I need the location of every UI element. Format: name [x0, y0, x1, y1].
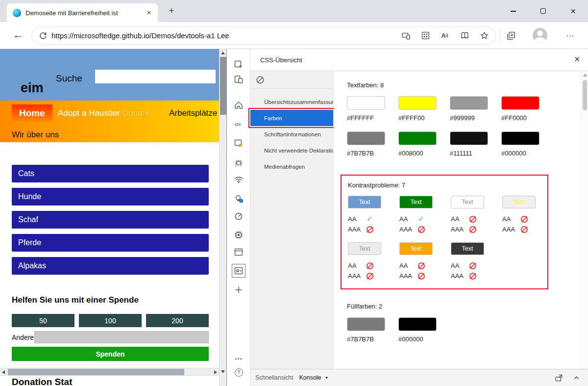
expand-panel-chevron-icon[interactable]	[573, 374, 580, 382]
inspect-icon[interactable]	[234, 60, 244, 70]
help-icon[interactable]: ?	[234, 367, 244, 377]
more-tools-icon[interactable]: …	[234, 352, 244, 362]
color-swatch-cell: #7B7B7B	[347, 131, 398, 157]
add-tools-icon[interactable]	[234, 285, 244, 295]
settings-more-icon[interactable]: …	[564, 29, 577, 39]
color-swatch[interactable]	[398, 317, 437, 331]
sources-icon[interactable]: </>	[234, 119, 244, 129]
amount-100-button[interactable]: 100	[79, 314, 142, 327]
clear-overview-icon[interactable]	[256, 76, 265, 84]
sidebar-item-overview-summary[interactable]: Übersichtszusammenfassung	[250, 94, 333, 110]
sidebar-item-media-queries[interactable]: Medienabfragen	[250, 158, 333, 175]
immersive-reader-icon[interactable]	[461, 31, 469, 40]
devtools-scroll-up-arrow[interactable]	[583, 74, 587, 77]
devtools-close-icon[interactable]: ✕	[574, 55, 580, 64]
animal-button-schaf[interactable]: Schaf	[12, 211, 209, 229]
animal-button-alpakas[interactable]: Alpakas	[12, 257, 209, 275]
window-controls: ✕	[498, 0, 588, 22]
animal-button-hunde[interactable]: Hunde	[12, 188, 209, 206]
contrast-sample[interactable]: Text	[348, 242, 381, 255]
device-emulation-icon[interactable]	[234, 75, 244, 84]
devtools-panel-title: CSS-Übersicht	[260, 56, 302, 64]
back-button[interactable]: ←	[13, 28, 24, 41]
performance-icon[interactable]	[234, 211, 244, 221]
nav-adopt-link[interactable]: Adopt a Haustier	[58, 108, 120, 118]
scroll-up-arrow[interactable]	[221, 51, 225, 54]
add-favorite-star-icon[interactable]	[480, 31, 489, 40]
apps-grid-icon[interactable]	[421, 31, 430, 40]
contrast-sample[interactable]: Text	[348, 196, 381, 208]
scroll-left-arrow[interactable]	[2, 370, 5, 374]
contrast-sample[interactable]: Text	[399, 196, 433, 208]
sidebar-item-font-info[interactable]: Schriftartinformationen	[250, 126, 333, 142]
profile-avatar[interactable]	[533, 28, 547, 43]
devices-icon[interactable]	[402, 31, 410, 40]
elements-warning-icon[interactable]	[234, 138, 244, 148]
nav-about-link[interactable]: Wir über uns	[12, 130, 59, 140]
sidebar-item-unused-declarations[interactable]: Nicht verwendete Deklarationen	[250, 142, 333, 158]
color-swatch[interactable]	[450, 131, 488, 145]
close-window-button[interactable]: ✕	[558, 0, 588, 22]
debugger-icon[interactable]	[234, 157, 244, 167]
horizontal-scrollbar[interactable]	[0, 368, 219, 376]
aa-label: AA	[451, 262, 468, 269]
search-label: Suche	[56, 73, 82, 84]
minimize-button[interactable]	[498, 0, 528, 22]
devtools-scroll-thumb[interactable]	[583, 80, 587, 110]
amount-200-button[interactable]: 200	[146, 314, 209, 327]
tab-close-icon[interactable]: ✕	[144, 8, 154, 17]
network-icon[interactable]	[234, 175, 244, 184]
color-swatch[interactable]	[398, 96, 437, 110]
contrast-sample[interactable]: Text	[399, 242, 433, 255]
color-swatch[interactable]	[398, 131, 437, 145]
horizontal-scroll-thumb[interactable]	[8, 369, 184, 375]
tab-title: Demoseite mit Barrierefreiheit ist	[25, 9, 140, 17]
animal-button-cats[interactable]: Cats	[12, 165, 209, 182]
nav-home-link[interactable]: Home	[12, 104, 52, 122]
vertical-scroll-thumb[interactable]	[220, 57, 226, 115]
dock-quick-view-icon[interactable]	[555, 374, 563, 382]
color-swatch[interactable]	[347, 96, 385, 110]
console-dropdown[interactable]: Konsole ▼	[299, 374, 328, 381]
donation-amounts: 50 100 200	[12, 314, 209, 327]
animal-button-pferde[interactable]: Pferde	[12, 234, 209, 252]
color-swatch[interactable]	[501, 96, 539, 110]
nav-jobs-link[interactable]: Arbeitsplätze	[169, 108, 217, 118]
tab-bar: Demoseite mit Barrierefreiheit ist ✕ + ✕	[0, 0, 588, 22]
issues-lightbulb-icon[interactable]: i	[234, 194, 244, 204]
color-swatch[interactable]	[347, 317, 385, 331]
memory-cpu-icon[interactable]	[234, 230, 244, 240]
other-amount-input[interactable]	[34, 331, 209, 343]
color-swatch[interactable]	[450, 96, 488, 110]
collections-icon[interactable]	[507, 31, 515, 40]
home-icon[interactable]	[234, 100, 244, 110]
aaa-status-icon	[468, 272, 477, 281]
contrast-sample[interactable]: Text	[502, 196, 536, 208]
devtools-header: CSS-Übersicht ✕	[227, 49, 588, 71]
devtools-status-bar: Schnellansicht Konsole ▼	[250, 369, 588, 386]
amount-50-button[interactable]: 50	[12, 314, 74, 327]
help-question-glyph: ?	[235, 368, 243, 377]
devtools-scrollbar[interactable]	[581, 71, 588, 369]
site-nav: Home Adopt a Haustier Donate ⚠ Arbeitspl…	[0, 101, 219, 142]
sidebar-item-colors[interactable]: Farben	[250, 110, 333, 126]
contrast-sample[interactable]: Text	[451, 242, 484, 255]
color-swatch[interactable]	[347, 131, 385, 145]
search-input[interactable]	[95, 70, 216, 83]
quick-view-label: Schnellansicht	[255, 374, 293, 381]
reload-icon[interactable]	[39, 32, 47, 40]
vertical-scrollbar[interactable]	[219, 49, 226, 386]
browser-tab[interactable]: Demoseite mit Barrierefreiheit ist ✕	[7, 3, 158, 22]
new-tab-button[interactable]: +	[166, 5, 177, 16]
maximize-button[interactable]	[528, 0, 558, 22]
scroll-right-arrow[interactable]	[214, 370, 217, 374]
contrast-sample[interactable]: Text	[451, 196, 484, 208]
address-bar-icons: A	[402, 27, 489, 44]
read-aloud-icon[interactable]: A	[441, 31, 449, 40]
donate-submit-button[interactable]: Spenden	[12, 347, 209, 361]
address-bar[interactable]: https://microsoftedge.github.io/Demos/de…	[31, 26, 496, 45]
css-overview-icon[interactable]	[234, 266, 244, 276]
application-frame-icon[interactable]	[234, 247, 244, 257]
scroll-down-arrow[interactable]	[221, 370, 225, 373]
color-swatch[interactable]	[501, 131, 539, 145]
